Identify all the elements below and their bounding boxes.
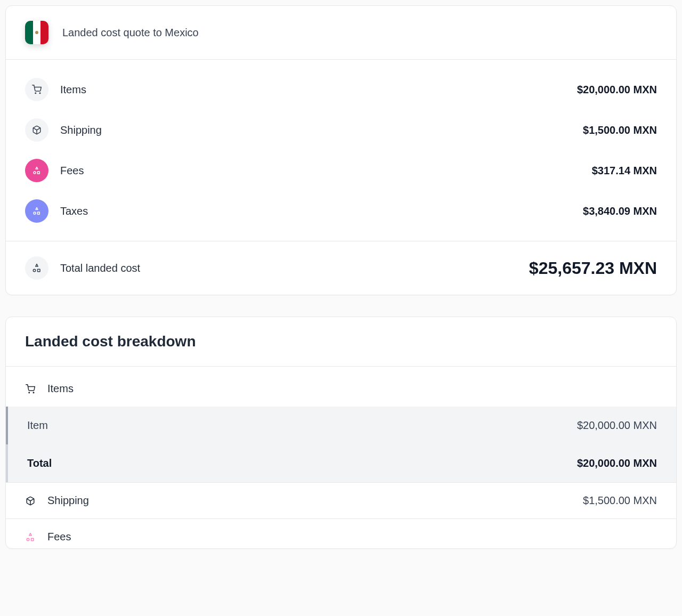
shapes-icon [25, 256, 48, 280]
total-label: Total [27, 457, 52, 469]
section-label: Shipping [47, 495, 89, 507]
svg-point-0 [35, 93, 36, 94]
row-label: Shipping [60, 124, 583, 136]
line-label: Item [27, 419, 48, 432]
total-value: $25,657.23 MXN [529, 258, 657, 278]
cart-icon [25, 384, 36, 394]
svg-point-4 [34, 172, 36, 174]
row-value: $3,840.09 MXN [583, 205, 657, 217]
svg-point-13 [33, 392, 34, 393]
mexico-flag-icon [25, 21, 48, 44]
breakdown-section-fees: Fees [6, 518, 676, 548]
svg-marker-9 [36, 264, 38, 267]
summary-total: Total landed cost $25,657.23 MXN [6, 241, 676, 295]
row-value: $317.14 MXN [592, 165, 657, 177]
breakdown-items-line: Item $20,000.00 MXN [6, 407, 676, 444]
box-icon [25, 496, 36, 506]
summary-row-fees: Fees $317.14 MXN [25, 150, 657, 191]
summary-header: Landed cost quote to Mexico [6, 6, 676, 60]
breakdown-section-shipping: Shipping $1,500.00 MXN [6, 482, 676, 518]
section-label: Items [47, 383, 74, 395]
breakdown-section-items: Items [6, 367, 676, 407]
breakdown-card: Landed cost breakdown Items Item $20,000… [5, 317, 677, 549]
shapes-icon [25, 159, 48, 182]
svg-rect-5 [37, 172, 39, 174]
cart-icon [25, 78, 48, 101]
svg-marker-3 [36, 167, 38, 169]
summary-row-items: Items $20,000.00 MXN [25, 69, 657, 110]
box-icon [25, 118, 48, 142]
section-value: $1,500.00 MXN [583, 495, 657, 507]
summary-title: Landed cost quote to Mexico [62, 27, 199, 39]
svg-point-16 [27, 538, 29, 541]
summary-card: Landed cost quote to Mexico Items $20,00… [5, 5, 677, 295]
svg-marker-15 [29, 533, 32, 536]
row-value: $20,000.00 MXN [577, 84, 657, 96]
row-label: Fees [60, 165, 592, 177]
row-label: Taxes [60, 205, 583, 217]
summary-body: Items $20,000.00 MXN Shipping $1,500.00 … [6, 60, 676, 241]
summary-row-shipping: Shipping $1,500.00 MXN [25, 110, 657, 150]
line-value: $20,000.00 MXN [577, 419, 657, 432]
svg-marker-6 [36, 207, 38, 209]
svg-rect-17 [31, 538, 34, 541]
total-label: Total landed cost [60, 262, 529, 274]
section-label: Fees [47, 531, 71, 543]
shapes-icon [25, 532, 36, 542]
row-label: Items [60, 84, 577, 96]
breakdown-items-total: Total $20,000.00 MXN [6, 444, 676, 482]
svg-point-10 [33, 269, 36, 272]
breakdown-header: Landed cost breakdown [6, 317, 676, 367]
total-value: $20,000.00 MXN [577, 457, 657, 469]
svg-point-12 [29, 392, 30, 393]
row-value: $1,500.00 MXN [583, 124, 657, 136]
svg-point-7 [34, 212, 36, 214]
summary-row-taxes: Taxes $3,840.09 MXN [25, 191, 657, 231]
breakdown-title: Landed cost breakdown [25, 333, 657, 350]
shapes-icon [25, 199, 48, 223]
svg-rect-11 [38, 269, 40, 272]
svg-point-1 [39, 93, 40, 94]
svg-rect-8 [37, 212, 39, 214]
